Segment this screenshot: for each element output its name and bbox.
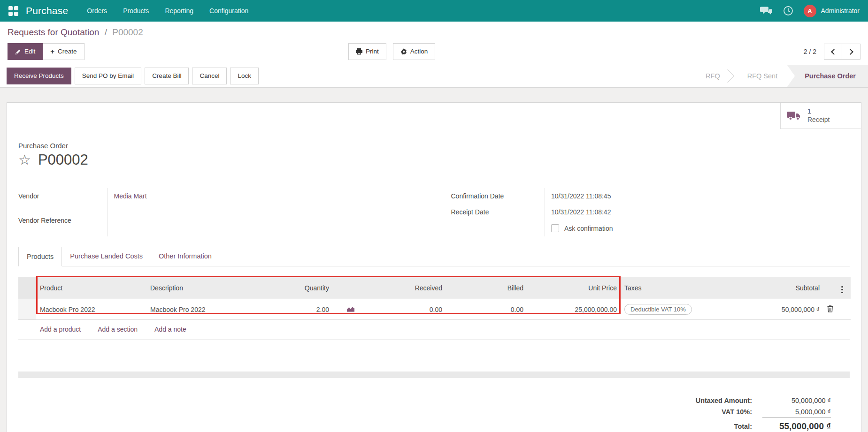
cancel-button[interactable]: Cancel [192, 68, 227, 84]
send-po-by-email-button[interactable]: Send PO by Email [75, 68, 141, 84]
status-widget: RFQ RFQ Sent Purchase Order [696, 65, 868, 87]
cell-unit-price: 25,000,000.00 [527, 299, 621, 320]
optional-columns-header [836, 277, 851, 299]
statusbar: Receive Products Send PO by Email Create… [0, 65, 868, 88]
field-confirmation-date: Confirmation Date 10/31/2022 11:08:45 [451, 188, 850, 204]
status-step-rfq-sent[interactable]: RFQ Sent [738, 65, 787, 87]
receive-products-button[interactable]: Receive Products [7, 68, 71, 84]
vendor-reference-label: Vendor Reference [18, 212, 108, 237]
column-taxes[interactable]: Taxes [621, 277, 733, 299]
record-type-label: Purchase Order [18, 142, 850, 150]
column-billed[interactable]: Billed [446, 277, 527, 299]
tab-products[interactable]: Products [18, 247, 62, 266]
totals-summary: Untaxed Amount: 50,000,000 ₫ VAT 10%: 5,… [696, 395, 831, 432]
column-description[interactable]: Description [146, 277, 257, 299]
breadcrumb-separator: / [105, 27, 107, 37]
kebab-menu-icon[interactable] [839, 285, 845, 295]
receipt-date-label: Receipt Date [451, 204, 545, 220]
chevron-right-icon [847, 49, 853, 55]
right-field-group: Confirmation Date 10/31/2022 11:08:45 Re… [451, 188, 850, 236]
chevron-left-icon [831, 49, 837, 55]
receipt-label: Receipt [807, 116, 830, 124]
menu-configuration[interactable]: Configuration [209, 7, 248, 15]
total-label: Total: [696, 418, 762, 432]
field-vendor: Vendor Media Mart [18, 188, 417, 212]
messages-icon[interactable] [760, 6, 773, 16]
field-receipt-date: Receipt Date 10/31/2022 11:08:42 [451, 204, 850, 220]
top-navbar: Purchase Orders Products Reporting Confi… [0, 0, 868, 22]
pager-value[interactable]: 2 / 2 [804, 48, 816, 55]
breadcrumb: Requests for Quotation / P00002 [8, 27, 860, 38]
menu-products[interactable]: Products [123, 7, 149, 15]
favorite-star-icon[interactable]: ☆ [18, 153, 31, 167]
user-name[interactable]: Administrator [821, 7, 860, 15]
pencil-icon [15, 49, 21, 55]
main-menu: Orders Products Reporting Configuration [87, 7, 248, 15]
control-panel: Requests for Quotation / P00002 Edit + C… [0, 22, 868, 65]
create-button[interactable]: + Create [43, 43, 84, 60]
receipt-stat-button[interactable]: 1 Receipt [780, 103, 861, 129]
menu-reporting[interactable]: Reporting [165, 7, 193, 15]
notes-separator-bar [18, 371, 850, 378]
user-avatar[interactable]: A [804, 5, 816, 17]
status-step-purchase-order[interactable]: Purchase Order [787, 65, 868, 87]
activities-clock-icon[interactable] [783, 6, 793, 16]
status-separator [730, 65, 738, 87]
left-field-group: Vendor Media Mart Vendor Reference [18, 188, 417, 236]
record-name: P00002 [38, 152, 88, 168]
area-chart-icon[interactable] [346, 305, 355, 312]
add-a-section-link[interactable]: Add a section [98, 326, 138, 333]
column-unit-price[interactable]: Unit Price [527, 277, 621, 299]
table-row[interactable]: Macbook Pro 2022 Macbook Pro 2022 2.00 [18, 299, 851, 320]
table-header-row: Product Description Quantity Received Bi… [18, 277, 851, 299]
edit-button[interactable]: Edit [8, 43, 43, 60]
confirmation-date-value: 10/31/2022 11:08:45 [545, 188, 850, 204]
column-received[interactable]: Received [369, 277, 446, 299]
menu-orders[interactable]: Orders [87, 7, 107, 15]
row-handle-header [18, 277, 36, 299]
vendor-label: Vendor [18, 188, 108, 212]
vat-row: VAT 10%: 5,000,000 ₫ [696, 406, 831, 418]
tab-purchase-landed-costs[interactable]: Purchase Landed Costs [62, 247, 151, 266]
column-subtotal[interactable]: Subtotal [733, 277, 823, 299]
pager-previous-button[interactable] [824, 44, 842, 60]
vendor-value[interactable]: Media Mart [108, 188, 417, 212]
breadcrumb-parent[interactable]: Requests for Quotation [8, 27, 99, 37]
add-a-product-link[interactable]: Add a product [40, 326, 81, 333]
row-handle [18, 299, 36, 320]
column-delete [823, 277, 836, 299]
create-bill-button[interactable]: Create Bill [145, 68, 189, 84]
confirmation-date-label: Confirmation Date [451, 188, 545, 204]
column-quantity[interactable]: Quantity [257, 277, 333, 299]
gear-icon [400, 48, 407, 55]
receipt-date-value: 10/31/2022 11:08:42 [545, 204, 850, 220]
cell-billed: 0.00 [446, 299, 527, 320]
notebook-tabs: Products Purchase Landed Costs Other Inf… [18, 247, 850, 266]
vat-value: 5,000,000 ₫ [762, 406, 831, 418]
print-button[interactable]: Print [348, 43, 386, 60]
trash-icon[interactable] [827, 305, 833, 312]
form-view: 1 Receipt Purchase Order ☆ P00002 Vendor… [0, 88, 868, 432]
printer-icon [356, 48, 362, 55]
untaxed-amount-row: Untaxed Amount: 50,000,000 ₫ [696, 395, 831, 406]
tab-other-information[interactable]: Other Information [151, 247, 220, 266]
receipt-count: 1 [807, 107, 830, 116]
tax-badge: Deductible VAT 10% [624, 304, 692, 315]
form-sheet: 1 Receipt Purchase Order ☆ P00002 Vendor… [7, 102, 861, 432]
pager-next-button[interactable] [842, 44, 860, 60]
add-a-note-link[interactable]: Add a note [154, 326, 186, 333]
cell-description: Macbook Pro 2022 [146, 299, 257, 320]
total-value: 55,000,000 ₫ [762, 418, 831, 432]
apps-grid-icon[interactable] [8, 6, 18, 16]
app-name[interactable]: Purchase [26, 5, 68, 16]
lock-button[interactable]: Lock [230, 68, 259, 84]
cell-product: Macbook Pro 2022 [36, 299, 146, 320]
cell-forecast [333, 299, 369, 320]
ask-confirmation-checkbox[interactable] [551, 224, 559, 232]
vat-label: VAT 10%: [696, 406, 762, 418]
order-lines-table: Product Description Quantity Received Bi… [18, 277, 850, 340]
cell-taxes: Deductible VAT 10% [621, 299, 733, 320]
action-button[interactable]: Action [393, 43, 436, 60]
ask-confirmation-label: Ask confirmation [564, 225, 613, 232]
column-product[interactable]: Product [36, 277, 146, 299]
